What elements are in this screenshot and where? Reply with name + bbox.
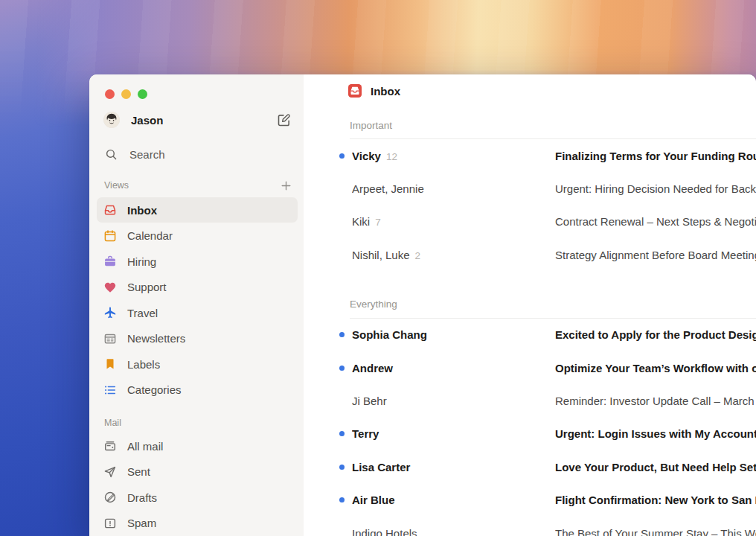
sidebar-item-hiring[interactable]: Hiring bbox=[97, 249, 298, 275]
email-subject: Urgent: Login Issues with My Account bbox=[555, 427, 756, 440]
email-sender: Vicky bbox=[352, 150, 381, 162]
unread-dot-icon bbox=[339, 366, 345, 371]
sidebar-item-icon bbox=[103, 203, 117, 217]
sidebar-item-travel[interactable]: Travel bbox=[97, 300, 298, 326]
account-row: Jason bbox=[103, 111, 292, 129]
email-thread-count: 12 bbox=[386, 151, 397, 162]
email-sender-cell: Lisa Carter bbox=[352, 461, 555, 473]
everything-rows: Sophia Chang Excited to Apply for the Pr… bbox=[304, 319, 756, 536]
compose-icon bbox=[276, 112, 292, 128]
inbox-header: Inbox bbox=[348, 84, 756, 98]
sidebar-item-inbox[interactable]: Inbox bbox=[97, 197, 298, 223]
email-sender-cell: Ji Behr bbox=[352, 395, 555, 407]
group-label-everything: Everything bbox=[350, 297, 756, 312]
sidebar-item-label: Support bbox=[127, 281, 167, 293]
sidebar-item-label: Hiring bbox=[127, 255, 156, 268]
sidebar-item-calendar[interactable]: Calendar bbox=[97, 223, 298, 249]
email-row-terry[interactable]: Terry Urgent: Login Issues with My Accou… bbox=[304, 418, 756, 450]
email-row-nishil-luke[interactable]: Nishil, Luke 2 Strategy Alignment Before… bbox=[304, 238, 756, 271]
sidebar-item-categories[interactable]: Categories bbox=[97, 377, 298, 403]
email-subject: Optimize Your Team’s Workflow with our bbox=[555, 362, 756, 374]
views-section-title: Views bbox=[104, 180, 129, 191]
email-sender: Andrew bbox=[352, 362, 393, 374]
email-subject: The Best of Your Summer Stay – This Week bbox=[555, 527, 756, 536]
email-sender: Kiki bbox=[352, 215, 370, 228]
email-subject: Urgent: Hiring Decision Needed for Backe… bbox=[555, 182, 756, 195]
sidebar-item-label: Newsletters bbox=[127, 332, 185, 345]
sidebar-item-all-mail[interactable]: All mail bbox=[97, 433, 298, 459]
sidebar-item-label: Categories bbox=[127, 383, 182, 396]
sidebar: Jason Search Views Inbox Calendar bbox=[89, 74, 304, 536]
avatar bbox=[103, 112, 120, 128]
email-row-vicky[interactable]: Vicky 12 Finalizing Terms for Your Fundi… bbox=[304, 139, 756, 172]
sidebar-item-spam[interactable]: Spam bbox=[97, 511, 298, 536]
email-thread-count: 2 bbox=[415, 250, 421, 261]
email-thread-count: 7 bbox=[375, 217, 381, 228]
email-sender: Nishil, Luke bbox=[352, 249, 410, 261]
sidebar-item-newsletters[interactable]: Newsletters bbox=[97, 325, 298, 351]
sidebar-item-icon bbox=[103, 332, 117, 345]
page-title: Inbox bbox=[371, 85, 400, 98]
unread-dot-icon bbox=[339, 332, 345, 337]
email-subject: Excited to Apply for the Product Designe… bbox=[555, 328, 756, 341]
email-sender: Arpeet, Jennie bbox=[352, 182, 424, 195]
add-view-button[interactable] bbox=[280, 179, 292, 192]
sidebar-item-icon bbox=[103, 517, 117, 530]
close-window-button[interactable] bbox=[105, 89, 115, 99]
sidebar-item-drafts[interactable]: Drafts bbox=[97, 485, 298, 511]
email-row-indigo-hotels[interactable]: Indigo Hotels The Best of Your Summer St… bbox=[304, 517, 756, 536]
sidebar-item-label: Sent bbox=[127, 465, 150, 478]
mail-section-title: Mail bbox=[104, 418, 121, 428]
email-sender-cell: Air Blue bbox=[352, 494, 555, 506]
email-sender: Sophia Chang bbox=[352, 328, 427, 341]
email-sender-cell: Vicky 12 bbox=[352, 150, 555, 162]
email-sender: Terry bbox=[352, 427, 379, 440]
sidebar-item-label: Drafts bbox=[127, 491, 157, 504]
email-subject: Reminder: Investor Update Call – March bbox=[555, 395, 756, 407]
email-sender: Ji Behr bbox=[352, 395, 387, 407]
sidebar-item-icon bbox=[103, 439, 117, 453]
email-sender: Indigo Hotels bbox=[352, 527, 417, 536]
inbox-icon bbox=[348, 84, 362, 98]
email-subject: Flight Confirmation: New York to San Fra… bbox=[555, 494, 756, 506]
email-subject: Strategy Alignment Before Board Meeting bbox=[555, 249, 756, 261]
email-sender-cell: Nishil, Luke 2 bbox=[352, 249, 555, 261]
email-row-ji-behr[interactable]: Ji Behr Reminder: Investor Update Call –… bbox=[304, 384, 756, 417]
email-row-andrew[interactable]: Andrew Optimize Your Team’s Workflow wit… bbox=[304, 351, 756, 384]
sidebar-item-label: Calendar bbox=[127, 229, 173, 242]
email-subject: Love Your Product, But Need Help Setting… bbox=[555, 461, 756, 473]
views-section-header: Views bbox=[104, 179, 292, 192]
email-row-sophia-chang[interactable]: Sophia Chang Excited to Apply for the Pr… bbox=[304, 319, 756, 351]
unread-dot-icon bbox=[339, 431, 345, 436]
window-controls bbox=[105, 89, 304, 99]
search-button[interactable]: Search bbox=[105, 145, 292, 163]
email-row-arpeet-jennie[interactable]: Arpeet, Jennie Urgent: Hiring Decision N… bbox=[304, 172, 756, 205]
email-row-air-blue[interactable]: Air Blue Flight Confirmation: New York t… bbox=[304, 484, 756, 517]
search-label: Search bbox=[129, 148, 165, 161]
sidebar-item-label: Inbox bbox=[127, 204, 157, 217]
email-sender-cell: Terry bbox=[352, 427, 555, 440]
group-label-important: Important bbox=[350, 118, 756, 133]
sidebar-item-sent[interactable]: Sent bbox=[97, 459, 298, 485]
email-row-lisa-carter[interactable]: Lisa Carter Love Your Product, But Need … bbox=[304, 450, 756, 483]
sidebar-item-icon bbox=[103, 491, 117, 504]
sidebar-item-icon bbox=[103, 383, 117, 397]
minimize-window-button[interactable] bbox=[121, 89, 131, 99]
email-row-kiki[interactable]: Kiki 7 Contract Renewal – Next Steps & N… bbox=[304, 205, 756, 238]
sidebar-item-icon bbox=[103, 357, 117, 371]
sidebar-item-support[interactable]: Support bbox=[97, 274, 298, 300]
plus-icon bbox=[280, 179, 292, 192]
sidebar-item-label: Spam bbox=[127, 517, 156, 529]
important-group: Important Vicky 12 Finalizing Terms for … bbox=[304, 98, 756, 272]
sidebar-item-label: Labels bbox=[127, 358, 160, 371]
mail-section-header: Mail bbox=[104, 417, 292, 429]
sidebar-item-icon bbox=[103, 229, 117, 243]
compose-button[interactable] bbox=[276, 112, 292, 128]
zoom-window-button[interactable] bbox=[138, 89, 147, 99]
sidebar-item-label: All mail bbox=[127, 440, 163, 453]
search-icon bbox=[105, 148, 118, 161]
sidebar-item-labels[interactable]: Labels bbox=[97, 351, 298, 377]
email-sender-cell: Arpeet, Jennie bbox=[352, 182, 555, 195]
email-sender-cell: Andrew bbox=[352, 362, 555, 374]
unread-dot-icon bbox=[339, 153, 345, 159]
